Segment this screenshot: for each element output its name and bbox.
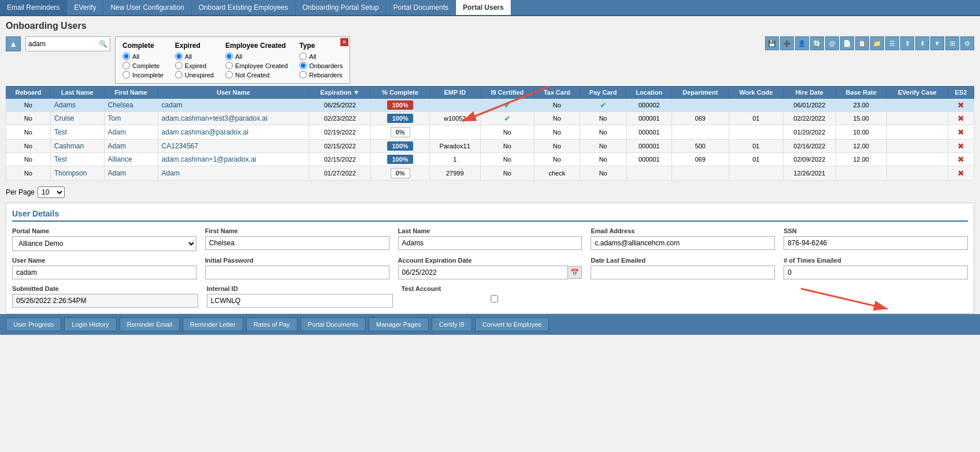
filter-type-reboarders[interactable]: Reboarders xyxy=(299,71,343,79)
certify-i9-button[interactable]: Certify I9 xyxy=(432,317,472,331)
table-cell-link[interactable]: Test xyxy=(54,155,67,163)
delete-icon[interactable]: ✖ xyxy=(957,128,964,137)
col-pct-complete[interactable]: % Complete xyxy=(371,87,429,99)
reminder-letter-button[interactable]: Reminder Letter xyxy=(183,317,243,331)
col-pay-card[interactable]: Pay Card xyxy=(580,87,626,99)
table-row[interactable]: NoCashmanAdamCA123456702/15/2022100%Para… xyxy=(6,140,974,153)
tab-email-reminders[interactable]: Email Reminders xyxy=(0,0,67,15)
calendar-icon[interactable]: 📅 xyxy=(568,266,582,279)
col-tax-card[interactable]: Tax Card xyxy=(534,87,580,99)
scroll-up-button[interactable]: ▲ xyxy=(6,36,21,51)
convert-to-employee-button[interactable]: Convert to Employee xyxy=(475,317,550,331)
toolbar-save-icon[interactable]: 💾 xyxy=(765,36,779,50)
col-work-code[interactable]: Work Code xyxy=(729,87,783,99)
table-row[interactable]: NoThompsonAdamAdam01/27/20220%27999Noche… xyxy=(6,166,974,181)
col-user-name[interactable]: User Name xyxy=(158,87,309,99)
col-first-name[interactable]: First Name xyxy=(104,87,158,99)
tab-everify[interactable]: EVerify xyxy=(67,0,103,15)
col-location[interactable]: Location xyxy=(626,87,671,99)
table-cell-link[interactable]: Adam xyxy=(108,142,126,150)
filter-expired-expired[interactable]: Expired xyxy=(175,62,214,69)
table-row[interactable]: NoTestAllianceadam.cashman+1@paradox.ai0… xyxy=(6,153,974,166)
toolbar-email-icon[interactable]: @ xyxy=(825,36,839,50)
manager-pages-button[interactable]: Manager Pages xyxy=(369,317,429,331)
times-emailed-input[interactable] xyxy=(784,266,968,279)
delete-icon[interactable]: ✖ xyxy=(957,155,964,164)
table-row[interactable]: NoAdamsChelseacadam06/25/2022100%✔No✔000… xyxy=(6,99,974,112)
col-department[interactable]: Department xyxy=(671,87,729,99)
table-row[interactable]: NoTestAdamadam.cashman@paradox.ai02/19/2… xyxy=(6,125,974,140)
table-cell-es2[interactable]: ✖ xyxy=(948,99,974,112)
table-cell-link[interactable]: Chelsea xyxy=(108,101,133,109)
internal-id-input[interactable] xyxy=(207,294,393,308)
filter-ec-all[interactable]: All xyxy=(225,53,288,60)
filter-ec-not-created[interactable]: Not Created xyxy=(225,71,288,79)
toolbar-list-icon[interactable]: ☰ xyxy=(885,36,899,50)
user-name-input[interactable] xyxy=(12,266,196,279)
toolbar-report-icon[interactable]: 📋 xyxy=(855,36,869,50)
email-input[interactable] xyxy=(591,236,775,250)
table-cell-link[interactable]: Thompson xyxy=(54,169,87,177)
toolbar-filter-icon[interactable]: ▼ xyxy=(930,36,944,50)
filter-expired-unexpired[interactable]: Unexpired xyxy=(175,71,214,79)
table-cell-link[interactable]: Adam xyxy=(108,169,126,177)
tab-portal-users[interactable]: Portal Users xyxy=(456,0,511,15)
col-last-name[interactable]: Last Name xyxy=(50,87,104,99)
portal-documents-button[interactable]: Portal Documents xyxy=(300,317,366,331)
table-cell-link[interactable]: Adam xyxy=(162,169,180,177)
search-icon[interactable]: 🔍 xyxy=(99,40,107,48)
col-expiration[interactable]: Expiration ▼ xyxy=(309,87,371,99)
table-cell-es2[interactable]: ✖ xyxy=(948,166,974,181)
filter-complete-all[interactable]: All xyxy=(122,53,164,60)
toolbar-grid-icon[interactable]: ⊞ xyxy=(945,36,959,50)
toolbar-settings-icon[interactable]: ⚙ xyxy=(960,36,974,50)
col-es2[interactable]: ES2 xyxy=(948,87,974,99)
tab-onboard-existing[interactable]: Onboard Existing Employees xyxy=(192,0,296,15)
table-cell-es2[interactable]: ✖ xyxy=(948,112,974,125)
rates-of-pay-button[interactable]: Rates of Pay xyxy=(246,317,298,331)
toolbar-person-icon[interactable]: 👤 xyxy=(795,36,809,50)
account-expiration-input[interactable] xyxy=(398,266,569,279)
table-cell-link[interactable]: Adam xyxy=(108,128,126,136)
col-reboard[interactable]: Reboard xyxy=(6,87,51,99)
first-name-input[interactable] xyxy=(205,236,389,250)
login-history-button[interactable]: Login History xyxy=(64,317,116,331)
toolbar-history-icon[interactable]: 🔄 xyxy=(810,36,824,50)
table-cell-link[interactable]: adam.cashman+1@paradox.ai xyxy=(162,155,257,163)
filter-complete-complete[interactable]: Complete xyxy=(122,62,164,69)
table-cell-link[interactable]: adam.cashman+test3@paradox.ai xyxy=(162,114,268,122)
table-cell-link[interactable]: Cruise xyxy=(54,114,75,122)
toolbar-download-icon[interactable]: ⬇ xyxy=(915,36,929,50)
toolbar-folder-icon[interactable]: 📁 xyxy=(870,36,884,50)
col-i9-certified[interactable]: I9 Certified xyxy=(480,87,534,99)
table-cell-link[interactable]: cadam xyxy=(162,101,183,109)
submitted-date-input[interactable] xyxy=(12,294,198,308)
table-cell-link[interactable]: Adams xyxy=(54,101,76,109)
filter-close-button[interactable]: ✕ xyxy=(340,38,348,46)
initial-password-input[interactable] xyxy=(205,266,389,279)
per-page-select[interactable]: 10 25 50 100 xyxy=(38,186,65,198)
table-cell-link[interactable]: Cashman xyxy=(54,142,84,150)
test-account-checkbox[interactable] xyxy=(402,295,588,302)
portal-name-select[interactable]: Alliance Demo xyxy=(12,236,196,251)
tab-portal-documents[interactable]: Portal Documents xyxy=(387,0,456,15)
col-everify-case[interactable]: EVerify Case xyxy=(886,87,948,99)
filter-ec-created[interactable]: Employee Created xyxy=(225,62,288,69)
table-row[interactable]: NoCruiseTomadam.cashman+test3@paradox.ai… xyxy=(6,112,974,125)
col-hire-date[interactable]: Hire Date xyxy=(784,87,836,99)
reminder-email-button[interactable]: Reminder Email xyxy=(120,317,180,331)
ssn-input[interactable] xyxy=(784,236,968,250)
tab-onboarding-portal-setup[interactable]: Onboarding Portal Setup xyxy=(296,0,387,15)
filter-type-onboarders[interactable]: Onboarders xyxy=(299,62,343,69)
table-cell-link[interactable]: adam.cashman@paradox.ai xyxy=(162,128,248,136)
filter-complete-incomplete[interactable]: Incomplete xyxy=(122,71,164,79)
filter-expired-all[interactable]: All xyxy=(175,53,214,60)
table-cell-es2[interactable]: ✖ xyxy=(948,125,974,140)
table-cell-link[interactable]: CA1234567 xyxy=(162,142,198,150)
filter-type-all[interactable]: All xyxy=(299,53,343,60)
table-cell-es2[interactable]: ✖ xyxy=(948,140,974,153)
date-last-emailed-input[interactable] xyxy=(591,266,775,279)
table-cell-link[interactable]: Alliance xyxy=(108,155,132,163)
delete-icon[interactable]: ✖ xyxy=(957,169,964,178)
table-cell-link[interactable]: Tom xyxy=(108,114,121,122)
